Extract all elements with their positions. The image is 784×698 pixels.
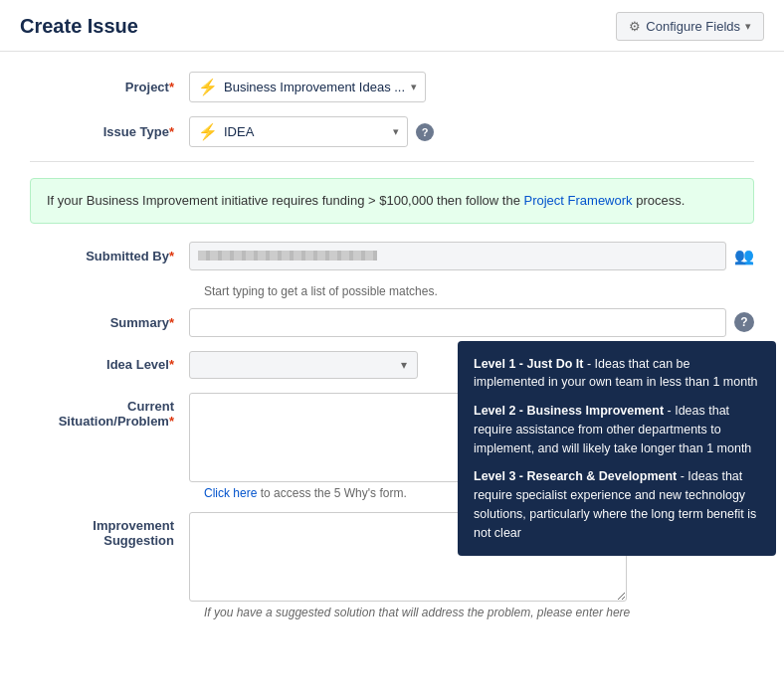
issue-type-row: Issue Type* ⚡ IDEA ▾ ? xyxy=(30,116,754,147)
header: Create Issue ⚙ Configure Fields ▾ xyxy=(0,0,784,52)
issue-type-select[interactable]: ⚡ IDEA ▾ xyxy=(189,116,408,147)
improvement-suggestion-hint: If you have a suggested solution that wi… xyxy=(204,606,754,619)
idea-level-label: Idea Level* xyxy=(30,357,189,372)
project-field: ⚡ Business Improvement Ideas ... ▾ xyxy=(189,72,754,102)
tooltip-level1-title: Level 1 - Just Do It xyxy=(474,357,583,371)
submitted-by-hint: Start typing to get a list of possible m… xyxy=(204,284,754,298)
summary-help-icon[interactable]: ? xyxy=(734,312,754,332)
project-dropdown-arrow: ▾ xyxy=(411,81,417,93)
project-select[interactable]: ⚡ Business Improvement Ideas ... ▾ xyxy=(189,72,426,102)
improvement-suggestion-label: Improvement Suggestion xyxy=(30,512,189,548)
idea-level-row: Idea Level* ▾ ? Level 1 - Just Do It - I… xyxy=(30,351,754,379)
summary-label: Summary* xyxy=(30,315,189,330)
form-divider xyxy=(30,161,754,162)
issue-type-label: Issue Type* xyxy=(30,124,189,139)
idea-level-dropdown-arrow: ▾ xyxy=(401,358,407,372)
submitted-by-label: Submitted By* xyxy=(30,249,189,263)
info-banner: If your Business Improvement initiative … xyxy=(30,178,754,224)
project-label: Project* xyxy=(30,80,189,94)
current-situation-label: Current Situation/Problem* xyxy=(30,393,189,429)
five-whys-link[interactable]: Click here xyxy=(204,486,257,500)
user-group-icon[interactable]: 👥 xyxy=(734,247,754,265)
project-value: Business Improvement Ideas ... xyxy=(224,80,405,94)
issue-type-field: ⚡ IDEA ▾ ? xyxy=(189,116,754,147)
page-title: Create Issue xyxy=(20,15,138,38)
summary-input[interactable] xyxy=(189,308,726,337)
issue-type-value: IDEA xyxy=(224,124,387,139)
issue-type-dropdown-arrow: ▾ xyxy=(393,125,399,138)
project-lightning-icon: ⚡ xyxy=(198,78,218,96)
idea-level-tooltip: Level 1 - Just Do It - Ideas that can be… xyxy=(458,341,776,557)
issue-type-help-icon[interactable]: ? xyxy=(416,123,434,141)
submitted-by-row: Submitted By* 👥 xyxy=(30,242,754,270)
summary-row: Summary* ? xyxy=(30,308,754,337)
summary-field: ? xyxy=(189,308,754,337)
issue-type-lightning-icon: ⚡ xyxy=(198,122,218,141)
chevron-down-icon: ▾ xyxy=(745,20,751,33)
gear-icon: ⚙ xyxy=(629,19,641,34)
configure-fields-label: Configure Fields xyxy=(646,19,740,34)
create-issue-form: Project* ⚡ Business Improvement Ideas ..… xyxy=(0,52,784,639)
project-row: Project* ⚡ Business Improvement Ideas ..… xyxy=(30,72,754,102)
idea-level-select[interactable]: ▾ xyxy=(189,351,418,379)
submitted-by-input[interactable] xyxy=(189,242,726,270)
project-framework-link[interactable]: Project Framework xyxy=(523,193,632,208)
tooltip-level3-title: Level 3 - Research & Development xyxy=(474,469,677,483)
submitted-by-field: 👥 xyxy=(189,242,754,270)
configure-fields-button[interactable]: ⚙ Configure Fields ▾ xyxy=(616,12,764,41)
tooltip-level2-title: Level 2 - Business Improvement xyxy=(474,404,664,418)
